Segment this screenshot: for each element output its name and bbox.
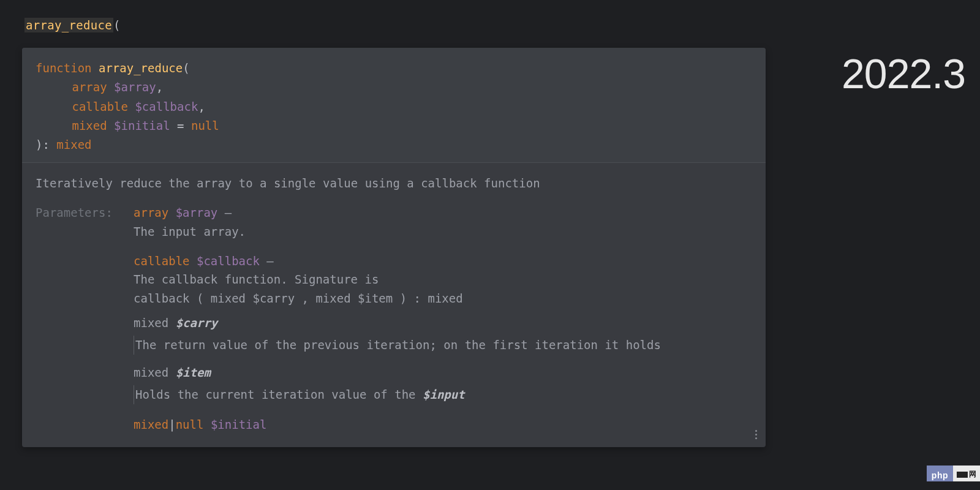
signature-param-name: $array [114, 80, 156, 94]
doc-param-desc: The input array. [134, 222, 752, 241]
doc-param-desc: The callback function. Signature is [134, 270, 752, 288]
doc-sub-quote: The return value of the previous iterati… [134, 336, 752, 354]
doc-param-name: $callback [197, 254, 260, 268]
signature-fn-name: array_reduce [99, 61, 183, 75]
watermark-left: php [927, 466, 953, 481]
doc-sub-body: Holds the current iteration value of the… [134, 385, 752, 404]
kebab-icon [755, 437, 757, 439]
doc-summary: Iteratively reduce the array to a single… [36, 174, 752, 192]
doc-param-type: array [134, 206, 168, 219]
quick-doc-popup[interactable]: function array_reduce( array $array, cal… [22, 48, 766, 447]
watermark-icon [957, 472, 968, 478]
signature-comma: , [198, 100, 205, 113]
signature-param-type: array [72, 80, 107, 94]
doc-param: callable $callback – The callback functi… [134, 252, 752, 404]
kebab-icon [755, 434, 757, 435]
code-paren: ( [113, 18, 121, 32]
signature-return-type: mixed [56, 138, 91, 151]
signature-param-name: $callback [135, 100, 198, 113]
version-badge: 2022.3 [842, 40, 965, 107]
doc-sub-body-var: $input [423, 388, 465, 401]
signature-default: null [191, 119, 219, 132]
doc-param-name: $array [176, 206, 218, 219]
doc-sub-body: The return value of the previous iterati… [134, 336, 752, 354]
doc-sub-type: mixed [134, 316, 176, 330]
signature-open: ( [183, 61, 189, 75]
doc-sub-quote: Holds the current iteration value of the… [134, 385, 752, 404]
code-fn-name: array_reduce [26, 18, 112, 32]
doc-sub-var: $carry [176, 316, 218, 330]
doc-param-dash: – [217, 206, 232, 219]
signature-eq: = [170, 119, 191, 132]
signature-section: function array_reduce( array $array, cal… [22, 48, 766, 163]
kebab-icon [755, 430, 757, 432]
doc-sub-type: mixed [134, 366, 176, 379]
doc-param-name: $initial [211, 418, 267, 431]
signature-keyword: function [36, 61, 92, 75]
doc-section: Iteratively reduce the array to a single… [22, 163, 766, 447]
doc-param-type: callable [134, 254, 190, 268]
doc-param-type-sep: | [168, 418, 175, 431]
signature-param-type: mixed [72, 119, 107, 132]
watermark-right-text: 网 [969, 469, 976, 480]
more-actions-button[interactable] [755, 428, 757, 441]
signature-comma: , [156, 80, 163, 94]
doc-sub-body-text: Holds the current iteration value of the [135, 388, 423, 401]
doc-param-type: mixed [134, 418, 168, 431]
editor-line[interactable]: array_reduce( [0, 13, 980, 37]
doc-param-desc: callback ( mixed $carry , mixed $item ) … [134, 289, 752, 307]
doc-param-type: null [176, 418, 204, 431]
watermark-right: 网 [953, 466, 980, 481]
doc-param-dash: – [260, 254, 274, 268]
watermark: php 网 [927, 466, 980, 481]
window-titlebar [0, 0, 980, 13]
doc-param: array $array – The input array. [134, 203, 752, 241]
params-label: Parameters: [36, 203, 134, 434]
signature-param-type: callable [72, 100, 128, 113]
doc-param: mixed|null $initial [134, 415, 752, 434]
signature-close: ): [36, 138, 56, 151]
doc-sub-var: $item [176, 366, 211, 379]
signature-param-name: $initial [114, 119, 170, 132]
